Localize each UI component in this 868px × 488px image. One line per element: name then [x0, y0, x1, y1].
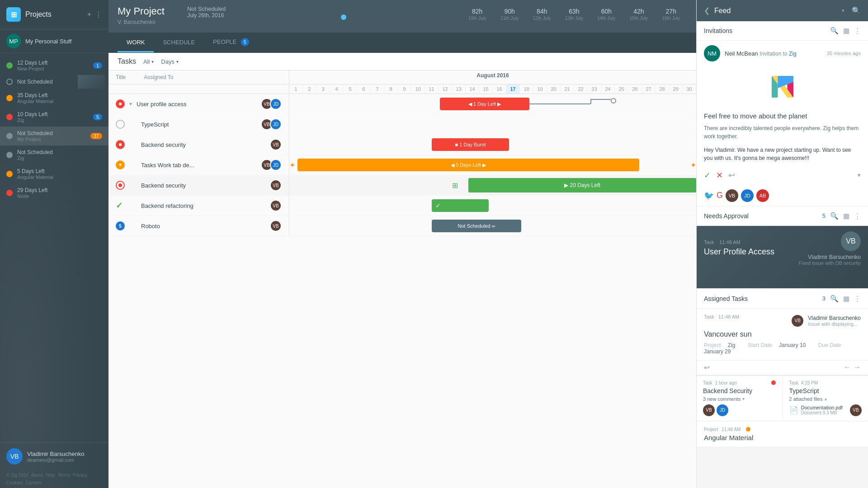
- tab-people[interactable]: PEOPLE 5: [204, 33, 258, 53]
- sidebar-item-not-scheduled-1[interactable]: Not Scheduled: [0, 75, 108, 89]
- search-icon[interactable]: 🔍: [830, 27, 839, 35]
- table-row[interactable]: ✓ Backend refactoring VB ✓: [108, 196, 696, 216]
- gantt-bars: Not Scheduled ∞: [289, 216, 696, 236]
- main-header: My Project V. Barsuchenko Not Scheduled …: [108, 0, 696, 53]
- table-row[interactable]: ▾ User profile access VB JD ◀ 1 Day Left…: [108, 94, 696, 114]
- collapse-icon[interactable]: ▾: [129, 101, 132, 107]
- filter-days[interactable]: Days ▾: [161, 58, 179, 65]
- task-avatars: VB JD: [261, 98, 282, 110]
- more-options-icon[interactable]: ⋮: [95, 10, 102, 19]
- small-avatar: VB: [726, 189, 738, 202]
- filter-all[interactable]: All ▾: [143, 58, 154, 65]
- brand-link-about[interactable]: About: [31, 473, 43, 478]
- table-row[interactable]: Backend security VB ⊞ ▶ 20 Days Left: [108, 175, 696, 196]
- day-22: 22: [574, 84, 588, 94]
- pdf-icon: 📄: [789, 406, 798, 414]
- needs-approval-count: 5: [822, 212, 826, 219]
- add-project-button[interactable]: +: [87, 10, 91, 19]
- table-row[interactable]: ✦ Tasks Work tab de... VB JD ✦ ◀ 5 Days …: [108, 155, 696, 175]
- feed-search-icon[interactable]: 🔍: [852, 6, 861, 15]
- brand-link-help[interactable]: Help: [46, 473, 55, 478]
- header-top: My Project V. Barsuchenko Not Scheduled …: [118, 5, 687, 28]
- app-logo[interactable]: ⊞: [6, 7, 21, 22]
- more-icon[interactable]: ⋮: [854, 295, 861, 303]
- feed-dropdown-icon[interactable]: ▾: [842, 8, 844, 14]
- gantt-bar: ◀ 5 Days Left ▶: [297, 159, 639, 171]
- search-icon[interactable]: 🔍: [830, 295, 839, 303]
- brand-link-careers[interactable]: Careers: [25, 480, 42, 485]
- day-26: 26: [628, 84, 642, 94]
- gantt-bars: ◀ 1 Day Left ▶: [289, 94, 696, 114]
- task-info: ✓ Backend refactoring VB: [108, 196, 289, 215]
- table-row[interactable]: 5 Roboto VB Not Scheduled ∞: [108, 216, 696, 236]
- start-val: January 10: [779, 342, 806, 348]
- chevron-down-icon: ▾: [176, 59, 179, 64]
- table-row[interactable]: Backend security VB ■ 1 Day Burnt: [108, 135, 696, 155]
- inviter-name: Neil McBean: [725, 50, 758, 57]
- tab-work[interactable]: WORK: [118, 33, 154, 52]
- card-name: Backend Security: [703, 387, 776, 394]
- day-28: 28: [656, 84, 669, 94]
- grid-icon[interactable]: ▦: [843, 27, 849, 35]
- reply-button[interactable]: ↩: [704, 363, 710, 372]
- project-badge: 37: [90, 133, 102, 139]
- decline-button[interactable]: ✕: [716, 170, 723, 180]
- search-icon[interactable]: 🔍: [830, 212, 839, 220]
- sidebar-item-zig-10days[interactable]: 10 Days Left Zig 5: [0, 108, 108, 127]
- zig-logo-area: [697, 66, 868, 108]
- sidebar-item-node[interactable]: 29 Days Left Node: [0, 183, 108, 202]
- expand-icon[interactable]: ▾: [858, 172, 861, 178]
- grid-icon[interactable]: ▦: [843, 212, 849, 220]
- more-icon[interactable]: ⋮: [854, 212, 861, 220]
- time-label: 11:48 AM: [722, 427, 741, 432]
- task-avatars: VB: [270, 179, 282, 191]
- sidebar-item-zig-not-scheduled[interactable]: Not Scheduled Zig: [0, 145, 108, 164]
- project-dot: [6, 152, 13, 158]
- task-name: Roboto: [141, 223, 265, 230]
- chevron-icon[interactable]: ▾: [742, 396, 745, 401]
- project-info: Not Scheduled Zig: [17, 149, 102, 161]
- day-19: 19: [533, 84, 547, 94]
- day-8: 8: [384, 84, 398, 94]
- task-info: ▾ User profile access VB JD: [108, 94, 289, 113]
- table-row[interactable]: TypeScript VB JD: [108, 114, 696, 135]
- tab-schedule[interactable]: SCHEDULE: [154, 33, 204, 52]
- feed-panel: ❮ Feed ▾ 🔍 Invitations 🔍 ▦ ⋮ NM Neil McB…: [696, 0, 868, 488]
- accept-button[interactable]: ✓: [704, 170, 711, 180]
- assigned-tasks-title: Assigned Tasks: [704, 295, 820, 302]
- sidebar-item-new-project[interactable]: 12 Days Left New Project 1: [0, 56, 108, 75]
- gantt-bars: ■ 1 Day Burnt: [289, 135, 696, 155]
- avatar: VB: [270, 139, 282, 150]
- sidebar-item-angular-material-1[interactable]: 35 Days Left Angular Material: [0, 89, 108, 108]
- more-icon[interactable]: ⋮: [854, 27, 861, 35]
- file-info: Documentation.pdf Document 9.3 MB: [801, 405, 843, 415]
- task-name: User profile access: [137, 101, 256, 108]
- approval-task-label: Task 11:48 AM: [704, 239, 798, 245]
- grid-icon[interactable]: ▦: [843, 295, 849, 303]
- inv-link-zig[interactable]: Zig: [789, 51, 797, 57]
- gantt-days-row: 1 2 3 4 5 6 7 8 9 10 11 12 13 14 15 16 1: [108, 84, 696, 94]
- project-badge: 1: [93, 62, 102, 69]
- next-button[interactable]: →: [854, 363, 861, 371]
- invitation-item: NM Neil McBean Invitation to Zig 35 minu…: [697, 41, 868, 66]
- project-dot: [6, 133, 13, 139]
- sidebar: ⊞ Projects + ⋮ MP My Personal Stuff 12 D…: [0, 0, 108, 488]
- day-27: 27: [642, 84, 656, 94]
- brand-link-cookies[interactable]: Cookies: [6, 480, 23, 485]
- chevron-up-icon[interactable]: ▴: [825, 396, 827, 401]
- brand-link-terms[interactable]: Terms: [58, 473, 70, 478]
- card-time: 4:25 PM: [801, 380, 818, 385]
- prev-button[interactable]: ←: [844, 363, 851, 371]
- sidebar-item-my-project[interactable]: Not Scheduled My Project 37: [0, 127, 108, 145]
- feed-expand-button[interactable]: ❮: [704, 6, 710, 15]
- gantt-header-row: Title Assigned To August 2016: [108, 70, 696, 84]
- brand-link-privacy[interactable]: Privacy: [73, 473, 88, 478]
- project-info: 35 Days Left Angular Material: [17, 92, 102, 104]
- approval-item: Task 11:48 AM User Profile Access VB Vla…: [697, 226, 868, 288]
- gantt-bar: Not Scheduled ∞: [432, 220, 521, 232]
- task-avatars: VB: [270, 200, 282, 211]
- day-7: 7: [371, 84, 384, 94]
- project-title: My Project: [118, 5, 165, 17]
- reply-button[interactable]: ↩: [728, 170, 735, 180]
- sidebar-item-angular-material-2[interactable]: 5 Days Left Angular Material: [0, 164, 108, 183]
